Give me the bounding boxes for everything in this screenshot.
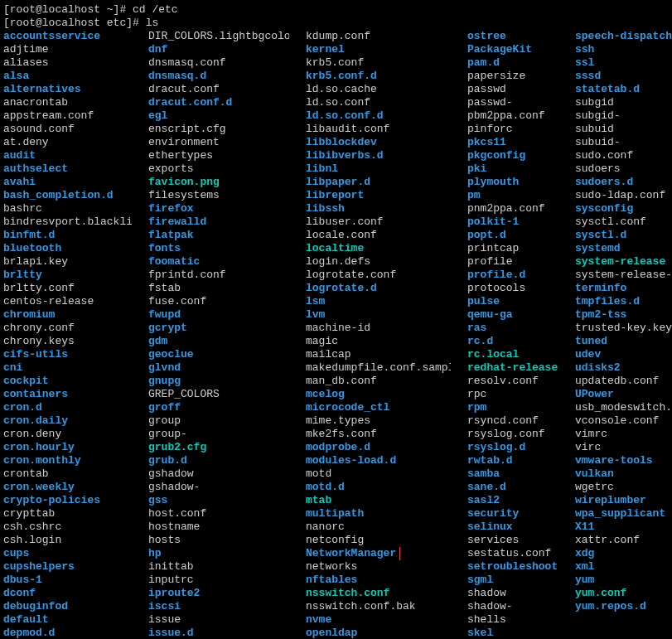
ls-entry: passwd — [467, 83, 558, 96]
ls-entry-name: gshadow — [148, 467, 194, 480]
ls-entry-name: inputrc — [148, 574, 194, 586]
ls-entry: tuned — [575, 335, 672, 348]
ls-entry: cron.weekly — [3, 481, 132, 494]
shell-command: cd /etc — [133, 3, 178, 16]
ls-entry-name: speech-dispatcher — [575, 30, 672, 42]
ls-entry: subuid — [575, 123, 672, 136]
ls-entry-name: nvme — [306, 613, 331, 626]
ls-entry: cockpit — [3, 375, 132, 388]
ls-entry-name: lvm — [306, 308, 325, 321]
ls-entry: udev — [575, 348, 672, 361]
ls-entry: tmpfiles.d — [575, 295, 672, 308]
ls-entry: default — [3, 613, 132, 627]
ls-entry: hp — [148, 547, 289, 560]
ls-entry-name: cron.monthly — [3, 454, 81, 467]
ls-entry-name: krb5.conf — [306, 56, 364, 69]
ls-entry-name: rsyslog.conf — [467, 428, 545, 440]
ls-entry: dnsmasq.conf — [148, 56, 289, 70]
ls-entry: authselect — [3, 162, 132, 176]
ls-entry: issue.d — [148, 627, 289, 639]
ls-entry: sysctl.conf — [575, 215, 672, 229]
ls-entry: adjtime — [3, 43, 132, 56]
ls-entry-name: rwtab.d — [467, 454, 513, 467]
ls-entry: sudo-ldap.conf — [575, 189, 672, 202]
ls-entry-name: usb_modeswitch.conf — [575, 401, 672, 414]
ls-entry-name: qemu-ga — [467, 308, 513, 321]
ls-entry-name: shells — [467, 613, 506, 626]
ls-entry-name: foomatic — [148, 255, 200, 268]
ls-entry: debuginfod — [3, 600, 132, 613]
ls-entry: updatedb.conf — [575, 375, 672, 388]
ls-entry: geoclue — [148, 348, 289, 361]
ls-entry-name: kernel — [306, 43, 345, 56]
ls-entry-name: logrotate.conf — [306, 269, 396, 281]
ls-entry-name: gdm — [148, 335, 167, 347]
ls-entry-name: enscript.cfg — [148, 123, 226, 135]
shell-prompt: [root@localhost ~]# — [3, 3, 133, 16]
ls-entry-name: ld.so.cache — [306, 83, 377, 95]
ls-entry: sudo.conf — [575, 149, 672, 162]
ls-entry-name: cron.d — [3, 401, 42, 414]
ls-entry-name: login.defs — [306, 255, 370, 268]
ls-entry-name: modprobe.d — [306, 441, 370, 453]
ls-entry: kdump.conf — [306, 30, 451, 43]
ls-entry-name: libnl — [306, 162, 338, 175]
ls-entry: system-release-cpe — [575, 269, 672, 282]
ls-entry-name: microcode_ctl — [306, 401, 389, 414]
ls-entry: crontab — [3, 467, 132, 481]
ls-entry-name: fprintd.conf — [148, 269, 226, 281]
ls-entry-name: sudoers — [575, 162, 621, 175]
ls-entry: group — [148, 414, 289, 428]
ls-entry: ld.so.conf.d — [306, 109, 451, 123]
ls-entry: cifs-utils — [3, 348, 132, 361]
ls-entry-name: udisks2 — [575, 361, 621, 374]
ls-entry: localtime — [306, 242, 451, 255]
ls-entry-name: protocols — [467, 282, 525, 294]
ls-entry-name: rc.local — [467, 348, 519, 361]
ls-entry: brlapi.key — [3, 255, 132, 269]
ls-entry: hosts — [148, 534, 289, 547]
ls-entry-name: mailcap — [306, 348, 351, 361]
ls-entry-name: fonts — [148, 242, 181, 254]
ls-entry-name: multipath — [306, 507, 364, 520]
ls-entry-name: shadow — [467, 587, 506, 599]
ls-entry-name: magic — [306, 335, 338, 347]
ls-entry: nsswitch.conf.bak — [306, 600, 451, 613]
ls-entry-name: brlapi.key — [3, 255, 68, 268]
ls-entry: speech-dispatcher — [575, 30, 672, 43]
ls-entry-name: wgetrc — [575, 481, 614, 493]
ls-entry: firefox — [148, 202, 289, 215]
ls-entry: bashrc — [3, 202, 132, 215]
ls-entry-name: pki — [467, 162, 486, 175]
ls-entry-name: vconsole.conf — [575, 414, 659, 427]
ls-entry: pki — [467, 162, 558, 176]
ls-entry-name: chrony.keys — [3, 335, 75, 347]
ls-entry-name: libblockdev — [306, 136, 377, 148]
ls-entry-name: papersize — [467, 70, 525, 82]
ls-entry-name: pulse — [467, 295, 500, 307]
ls-entry-name: filesystems — [148, 189, 220, 201]
ls-entry: rsyslog.conf — [467, 428, 558, 441]
ls-entry: xml — [575, 560, 672, 574]
ls-entry-name: flatpak — [148, 229, 194, 241]
ls-entry: setroubleshoot — [467, 560, 558, 574]
ls-entry: host.conf — [148, 507, 289, 520]
ls-entry-name: ld.so.conf.d — [306, 109, 384, 122]
ls-entry-name: setroubleshoot — [467, 560, 558, 573]
ls-entry: netconfig — [306, 534, 451, 547]
ls-entry-name: motd.d — [306, 481, 345, 493]
ls-entry-name: dnsmasq.conf — [148, 56, 226, 69]
ls-entry: shells — [467, 613, 558, 627]
ls-entry: cron.d — [3, 401, 132, 414]
ls-entry: bluetooth — [3, 242, 132, 255]
ls-entry-name: cups — [3, 547, 29, 559]
ls-entry: yum.repos.d — [575, 600, 672, 613]
ls-entry: nanorc — [306, 520, 451, 534]
ls-entry-name: tmpfiles.d — [575, 295, 640, 307]
ls-entry-name: nftables — [306, 574, 357, 586]
ls-entry: usb_modeswitch.conf — [575, 401, 672, 414]
ls-entry: rsyncd.conf — [467, 414, 558, 428]
ls-entry: pinforc — [467, 123, 558, 136]
ls-entry: resolv.conf — [467, 375, 558, 388]
ls-entry-name: gss — [148, 494, 167, 506]
